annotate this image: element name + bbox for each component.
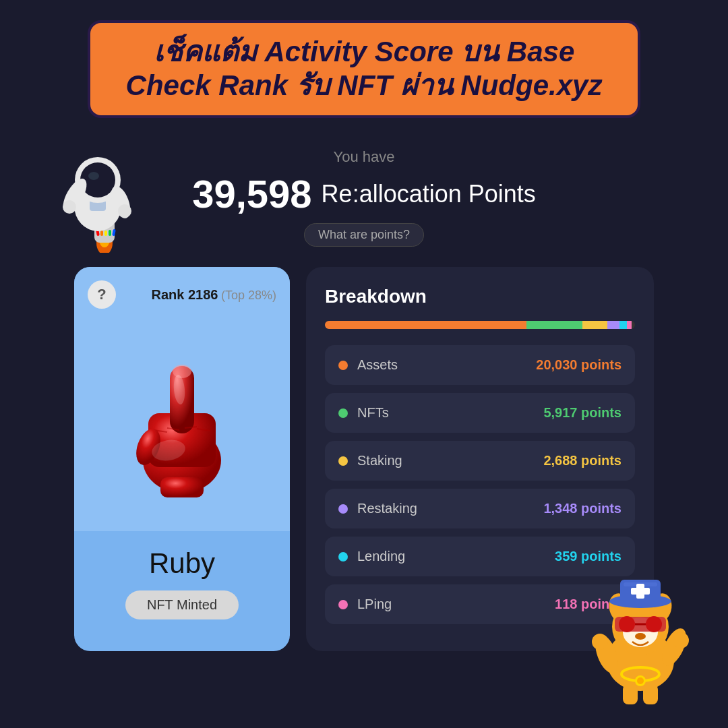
- breakdown-item-value: 20,030 points: [536, 357, 621, 373]
- nft-card: ? Rank 2186 (Top 28%): [74, 267, 290, 651]
- breakdown-item-label: Restaking: [357, 501, 417, 516]
- rank-number: Rank 2186: [152, 287, 218, 302]
- breakdown-item-restaking: Restaking 1,348 points: [325, 489, 635, 528]
- nft-card-footer: Ruby NFT Minted: [74, 531, 290, 636]
- dog-decoration: [573, 573, 708, 708]
- breakdown-item-left: Restaking: [338, 501, 417, 516]
- nft-minted-badge: NFT Minted: [125, 590, 239, 619]
- nft-name: Ruby: [90, 547, 274, 580]
- breakdown-item-value: 5,917 points: [543, 405, 621, 421]
- breakdown-dot: [338, 361, 348, 370]
- breakdown-item-left: LPing: [338, 597, 392, 612]
- breakdown-item-left: NFTs: [338, 405, 389, 421]
- header-title-line2: Check Rank รับ NFT ผ่าน Nudge.xyz: [117, 69, 611, 102]
- breakdown-item-label: Assets: [357, 357, 398, 373]
- breakdown-item-label: Staking: [357, 453, 402, 468]
- svg-rect-28: [160, 477, 204, 497]
- breakdown-dot: [338, 504, 348, 514]
- svg-point-47: [673, 632, 689, 648]
- header-title-line1: เช็คแต้ม Activity Score บน Base: [117, 35, 611, 69]
- breakdown-item-left: Staking: [338, 453, 402, 468]
- svg-point-46: [592, 634, 608, 650]
- you-have-section: You have 39,598 Re:allocation Points Wha…: [74, 148, 654, 247]
- breakdown-dot: [338, 408, 348, 418]
- breakdown-item-label: NFTs: [357, 405, 389, 421]
- rank-percentile: (Top 28%): [221, 289, 276, 302]
- svg-point-35: [619, 616, 635, 632]
- you-have-label: You have: [74, 148, 654, 166]
- svg-point-38: [635, 633, 646, 640]
- progress-bar: [325, 321, 635, 329]
- breakdown-item-value: 359 points: [555, 549, 621, 564]
- main-content: You have 39,598 Re:allocation Points Wha…: [74, 148, 654, 651]
- breakdown-item-value: 2,688 points: [543, 453, 621, 468]
- breakdown-item-label: LPing: [357, 597, 392, 612]
- points-display: 39,598 Re:allocation Points: [74, 171, 654, 216]
- breakdown-dot: [338, 456, 348, 466]
- header-banner: เช็คแต้ม Activity Score บน Base Check Ra…: [88, 20, 640, 118]
- svg-rect-43: [631, 588, 650, 595]
- svg-rect-48: [623, 684, 638, 704]
- points-label: Re:allocation Points: [322, 180, 536, 208]
- breakdown-item-nfts: NFTs 5,917 points: [325, 393, 635, 433]
- nft-image-area: [74, 322, 290, 531]
- breakdown-dot: [338, 600, 348, 609]
- breakdown-item-left: Lending: [338, 549, 405, 564]
- what-are-points-button[interactable]: What are points?: [304, 223, 424, 247]
- svg-point-20: [173, 365, 191, 378]
- nft-card-header: ? Rank 2186 (Top 28%): [74, 267, 290, 322]
- breakdown-item-value: 1,348 points: [543, 501, 621, 516]
- rank-display: Rank 2186 (Top 28%): [152, 287, 276, 303]
- breakdown-item-label: Lending: [357, 549, 405, 564]
- breakdown-item-left: Assets: [338, 357, 398, 373]
- cards-row: ? Rank 2186 (Top 28%): [74, 267, 654, 651]
- question-badge[interactable]: ?: [88, 280, 116, 309]
- breakdown-item-assets: Assets 20,030 points: [325, 345, 635, 385]
- points-number: 39,598: [192, 171, 311, 216]
- background: เช็คแต้ม Activity Score บน Base Check Ra…: [0, 0, 728, 728]
- svg-point-52: [637, 677, 644, 684]
- svg-point-36: [646, 616, 662, 632]
- breakdown-title: Breakdown: [325, 286, 635, 307]
- breakdown-item-staking: Staking 2,688 points: [325, 441, 635, 481]
- svg-rect-49: [643, 684, 658, 704]
- breakdown-item-lending: Lending 359 points: [325, 537, 635, 576]
- breakdown-dot: [338, 552, 348, 562]
- nft-image: [115, 353, 249, 501]
